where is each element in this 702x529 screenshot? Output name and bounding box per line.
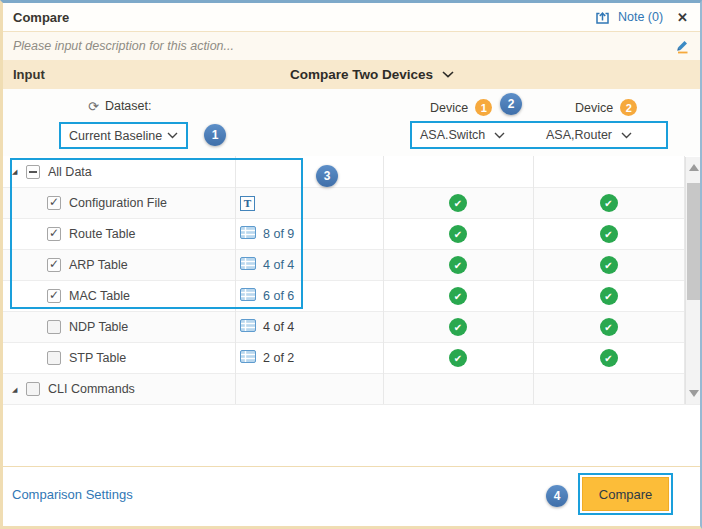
device2-ok-icon: ✔ [600, 225, 618, 243]
device1-header: Device 1 [430, 99, 492, 116]
device-selects-group: ASA.Switch ASA,Router [410, 121, 668, 149]
tree-row-cli-commands[interactable]: ◢ CLI Commands [3, 374, 700, 405]
dialog-title: Compare [3, 10, 69, 25]
ndp-table-checkbox[interactable] [47, 320, 61, 334]
tree-row-ndp-table[interactable]: NDP Table 4 of 4 ✔ ✔ [3, 312, 700, 343]
compare-mode-value[interactable]: Compare Two Devices [290, 67, 433, 82]
compare-mode-select[interactable]: Compare Two Devices [290, 67, 454, 82]
device1-badge: 1 [475, 99, 492, 116]
compare-button[interactable]: Compare [582, 477, 669, 511]
scroll-up-icon[interactable] [689, 164, 699, 171]
table-icon [240, 318, 256, 336]
annotation-badge-3: 3 [316, 165, 338, 187]
device1-ok-icon: ✔ [449, 194, 467, 212]
configuration-file-checkbox[interactable] [47, 196, 61, 210]
row-label: Configuration File [69, 196, 167, 210]
refresh-icon[interactable]: ⟳ [88, 100, 99, 113]
popout-note-icon[interactable] [594, 9, 611, 26]
dataset-select[interactable]: Current Baseline [59, 122, 188, 149]
description-placeholder[interactable]: Please input description for this action… [3, 39, 234, 53]
row-count[interactable]: 6 of 6 [263, 289, 294, 303]
dataset-header: ⟳ Dataset: [88, 99, 151, 113]
cli-commands-checkbox[interactable] [26, 382, 40, 396]
row-label: STP Table [69, 351, 126, 365]
annotation-badge-1: 1 [204, 124, 226, 146]
expander-icon[interactable]: ◢ [12, 386, 26, 393]
scroll-down-icon[interactable] [689, 390, 699, 397]
device2-ok-icon: ✔ [600, 287, 618, 305]
column-divider [383, 156, 384, 404]
arp-table-checkbox[interactable] [47, 258, 61, 272]
device2-select[interactable]: ASA,Router [546, 123, 632, 147]
row-label: All Data [48, 165, 92, 179]
data-tree-grid: ◢ All Data Configuration File T ✔ ✔ Rout… [3, 156, 700, 405]
footer: Comparison Settings 4 Compare [3, 467, 700, 526]
dataset-label: Dataset: [105, 99, 152, 113]
annotation-box-4: Compare [578, 473, 673, 515]
device2-value[interactable]: ASA,Router [546, 128, 612, 142]
controls-row: ⟳ Dataset: Current Baseline 1 Device 1 2… [3, 89, 700, 156]
tree-row-route-table[interactable]: Route Table 8 of 9 ✔ ✔ [3, 219, 700, 250]
input-label: Input [3, 67, 45, 82]
row-count[interactable]: 8 of 9 [263, 227, 294, 241]
dataset-value[interactable]: Current Baseline [69, 129, 162, 143]
text-file-icon: T [240, 196, 255, 211]
annotation-badge-2: 2 [500, 93, 522, 115]
close-icon[interactable]: ✕ [675, 10, 690, 25]
route-table-checkbox[interactable] [47, 227, 61, 241]
expander-icon[interactable]: ◢ [12, 168, 26, 175]
tree-row-configuration-file[interactable]: Configuration File T ✔ ✔ [3, 188, 700, 219]
row-label: NDP Table [69, 320, 128, 334]
device1-ok-icon: ✔ [449, 225, 467, 243]
table-icon [240, 349, 256, 367]
table-icon [240, 287, 256, 305]
table-icon [240, 225, 256, 243]
row-label: Route Table [69, 227, 136, 241]
device1-label: Device [430, 101, 468, 115]
table-icon [240, 256, 256, 274]
note-button[interactable]: Note (0) [594, 9, 663, 26]
title-bar: Compare Note (0) ✕ [3, 3, 700, 32]
description-bar[interactable]: Please input description for this action… [3, 32, 700, 60]
tree-row-mac-table[interactable]: MAC Table 6 of 6 ✔ ✔ [3, 281, 700, 312]
comparison-settings-link[interactable]: Comparison Settings [12, 487, 133, 502]
chevron-down-icon [621, 132, 632, 139]
column-divider [533, 156, 534, 404]
device1-select[interactable]: ASA.Switch [420, 123, 505, 147]
row-count[interactable]: 4 of 4 [263, 320, 294, 334]
device1-ok-icon: ✔ [449, 256, 467, 274]
all-data-checkbox[interactable] [26, 165, 40, 179]
chevron-down-icon [442, 71, 454, 78]
chevron-down-icon [167, 132, 178, 139]
row-label: MAC Table [69, 289, 130, 303]
vertical-scrollbar[interactable] [685, 157, 700, 404]
device2-badge: 2 [620, 99, 637, 116]
tree-row-stp-table[interactable]: STP Table 2 of 2 ✔ ✔ [3, 343, 700, 374]
device2-ok-icon: ✔ [600, 318, 618, 336]
input-bar: Input Compare Two Devices [3, 60, 700, 89]
tree-row-arp-table[interactable]: ARP Table 4 of 4 ✔ ✔ [3, 250, 700, 281]
note-label[interactable]: Note (0) [618, 10, 663, 24]
mac-table-checkbox[interactable] [47, 289, 61, 303]
scrollbar-thumb[interactable] [687, 183, 700, 300]
row-count[interactable]: 4 of 4 [263, 258, 294, 272]
device2-ok-icon: ✔ [600, 349, 618, 367]
device2-label: Device [575, 101, 613, 115]
row-count[interactable]: 2 of 2 [263, 351, 294, 365]
device2-header: Device 2 [575, 99, 637, 116]
device1-ok-icon: ✔ [449, 287, 467, 305]
row-label: CLI Commands [48, 382, 135, 396]
chevron-down-icon [494, 132, 505, 139]
device2-ok-icon: ✔ [600, 194, 618, 212]
tree-row-all-data[interactable]: ◢ All Data [3, 156, 700, 188]
stp-table-checkbox[interactable] [47, 351, 61, 365]
device1-ok-icon: ✔ [449, 318, 467, 336]
annotation-badge-4: 4 [546, 485, 568, 507]
row-label: ARP Table [69, 258, 128, 272]
edit-pencil-icon[interactable] [674, 38, 690, 54]
column-divider [235, 156, 236, 404]
device1-value[interactable]: ASA.Switch [420, 128, 485, 142]
compare-dialog: Compare Note (0) ✕ Please input descript… [0, 0, 702, 529]
device1-ok-icon: ✔ [449, 349, 467, 367]
device2-ok-icon: ✔ [600, 256, 618, 274]
